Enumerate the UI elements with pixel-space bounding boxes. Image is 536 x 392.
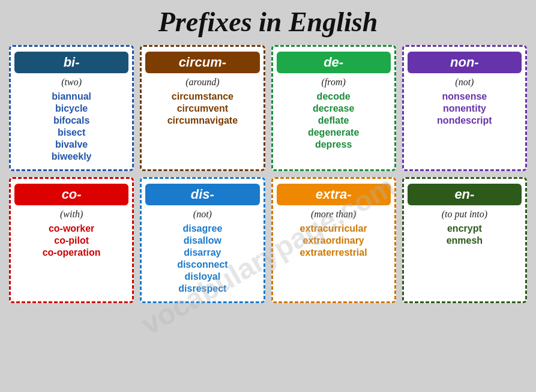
list-item: encrypt: [447, 223, 483, 234]
list-item: enmesh: [447, 235, 483, 246]
list-item: biannual: [52, 91, 92, 102]
list-item: decode: [308, 91, 359, 102]
list-item: disagree: [177, 223, 227, 234]
card-header-dis: dis-: [145, 184, 259, 205]
card-dis: dis-(not)disagreedisallowdisarraydisconn…: [140, 177, 265, 303]
card-de: de-(from)decodedecreasedeflatedegenerate…: [271, 45, 396, 171]
list-item: decrease: [308, 103, 359, 114]
list-item: nondescript: [437, 115, 492, 126]
card-meaning-de: (from): [321, 77, 345, 88]
card-meaning-dis: (not): [193, 209, 212, 220]
list-item: disrespect: [177, 283, 227, 294]
card-co: co-(with)co-workerco-pilotco-operation: [9, 177, 134, 303]
card-extra: extra-(more than)extracurricularextraord…: [271, 177, 396, 303]
card-header-extra: extra-: [277, 184, 391, 205]
list-item: nonsense: [437, 91, 492, 102]
list-item: disconnect: [177, 259, 227, 270]
word-list-non: nonsensenonentitynondescript: [437, 91, 492, 126]
list-item: circumnavigate: [167, 115, 238, 126]
prefix-grid: bi-(two)biannualbicyclebifocalsbisectbiv…: [9, 45, 527, 303]
word-list-bi: biannualbicyclebifocalsbisectbivalvebiwe…: [52, 91, 92, 162]
card-meaning-extra: (more than): [311, 209, 356, 220]
list-item: disallow: [177, 235, 227, 246]
list-item: extraterrestrial: [300, 247, 367, 258]
card-meaning-bi: (two): [61, 77, 82, 88]
list-item: co-worker: [43, 223, 101, 234]
card-meaning-circum: (around): [185, 77, 219, 88]
list-item: biweekly: [52, 151, 92, 162]
word-list-circum: circumstancecircumventcircumnavigate: [167, 91, 238, 126]
list-item: deflate: [308, 115, 359, 126]
list-item: depress: [308, 139, 359, 150]
list-item: co-operation: [43, 247, 101, 258]
word-list-extra: extracurricularextraordinaryextraterrest…: [300, 223, 367, 258]
list-item: co-pilot: [43, 235, 101, 246]
list-item: disarray: [177, 247, 227, 258]
card-meaning-co: (with): [60, 209, 83, 220]
word-list-en: encryptenmesh: [447, 223, 483, 246]
list-item: circumvent: [167, 103, 238, 114]
card-header-circum: circum-: [145, 52, 259, 73]
list-item: nonentity: [437, 103, 492, 114]
list-item: extraordinary: [300, 235, 367, 246]
card-header-co: co-: [14, 184, 128, 205]
card-meaning-non: (not): [455, 77, 474, 88]
list-item: bivalve: [52, 139, 92, 150]
card-header-bi: bi-: [14, 52, 128, 73]
card-circum: circum-(around)circumstancecircumventcir…: [140, 45, 265, 171]
page-title: Prefixes in English: [158, 6, 378, 38]
list-item: bifocals: [52, 115, 92, 126]
list-item: bicycle: [52, 103, 92, 114]
list-item: disloyal: [177, 271, 227, 282]
list-item: degenerate: [308, 127, 359, 138]
word-list-dis: disagreedisallowdisarraydisconnectdisloy…: [177, 223, 227, 294]
word-list-de: decodedecreasedeflatedegeneratedepress: [308, 91, 359, 150]
card-header-non: non-: [408, 52, 522, 73]
list-item: extracurricular: [300, 223, 367, 234]
card-meaning-en: (to put into): [442, 209, 487, 220]
card-bi: bi-(two)biannualbicyclebifocalsbisectbiv…: [9, 45, 134, 171]
word-list-co: co-workerco-pilotco-operation: [43, 223, 101, 258]
list-item: bisect: [52, 127, 92, 138]
card-header-de: de-: [277, 52, 391, 73]
list-item: circumstance: [167, 91, 238, 102]
card-non: non-(not)nonsensenonentitynondescript: [402, 45, 527, 171]
card-en: en-(to put into)encryptenmesh: [402, 177, 527, 303]
card-header-en: en-: [408, 184, 522, 205]
